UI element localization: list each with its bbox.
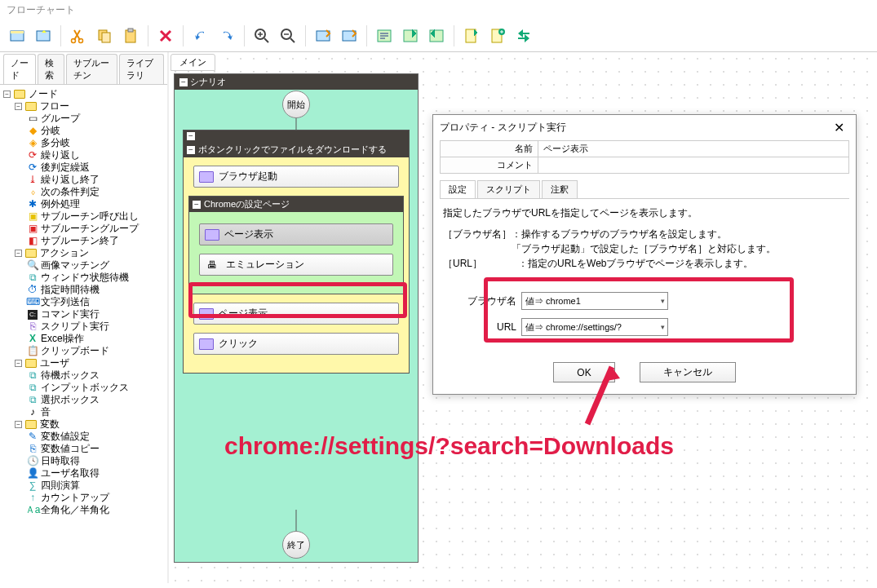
copy-button[interactable] (92, 24, 117, 48)
tree-item[interactable]: ⟳後判定繰返 (2, 161, 166, 174)
command-icon: C: (28, 310, 38, 320)
tree-item[interactable]: ∑四則演算 (2, 480, 166, 492)
loop-icon: ⟳ (28, 151, 38, 161)
step-emulation[interactable]: 🖶 エミュレーション (199, 254, 393, 276)
tree-root[interactable]: −ノード (2, 88, 166, 100)
help-row: 「ブラウザ起動」で設定した［ブラウザ名］と対応します。 (443, 241, 846, 256)
step-click[interactable]: クリック (193, 333, 399, 355)
collapse-icon[interactable]: − (187, 146, 195, 154)
cut-button[interactable] (66, 24, 91, 48)
tree-item[interactable]: 🕓日時取得 (2, 455, 166, 467)
excel-icon: X (28, 334, 38, 344)
run-button[interactable] (311, 24, 335, 48)
step-page-display[interactable]: ページ表示 (199, 223, 393, 245)
doc-button-3[interactable] (512, 24, 536, 48)
zoom-in-button[interactable] (250, 24, 274, 48)
tab-comment[interactable]: 注釈 (542, 180, 578, 198)
folder-icon (25, 102, 37, 111)
tree-item[interactable]: ♪音 (2, 406, 166, 418)
group-download[interactable]: − −ボタンクリックでファイルをダウンロードする ブラウザ起動 −Chromeの… (183, 130, 410, 374)
ok-button[interactable]: OK (553, 362, 614, 382)
tree-item[interactable]: ▣サブルーチン呼び出し (2, 210, 166, 223)
tree-item[interactable]: ⧉ウィンドウ状態待機 (2, 272, 166, 284)
node-tree: −ノード −フロー ▭グループ ◆分岐 ◈多分岐 ⟳繰り返し ⟳後判定繰返 ⤓繰… (0, 85, 167, 583)
tree-item[interactable]: ⤓繰り返し終了 (2, 174, 166, 186)
step-browser-launch[interactable]: ブラウザ起動 (193, 166, 399, 188)
tree-item[interactable]: ⏱指定時間待機 (2, 284, 166, 296)
tab-subroutine[interactable]: サブルーチン (66, 54, 117, 84)
tree-item[interactable]: ✱例外処理 (2, 198, 166, 210)
script-icon (199, 308, 214, 320)
main-toolbar (0, 20, 877, 52)
tree-item[interactable]: 📋クリップボード (2, 345, 166, 357)
help-row: ［URL］：指定のURLをWebブラウザでページを表示します。 (443, 256, 846, 271)
open-button[interactable] (31, 24, 55, 48)
window-button-2[interactable] (398, 24, 423, 48)
tree-item[interactable]: ◆分岐 (2, 125, 166, 137)
tree-item[interactable]: ⟳繰り返し (2, 149, 166, 161)
tab-settings[interactable]: 設定 (440, 180, 476, 198)
redo-button[interactable] (215, 24, 239, 48)
close-button[interactable]: ✕ (829, 120, 849, 135)
subroutine-group-icon: ▣ (28, 224, 38, 234)
collapse-icon[interactable]: − (179, 78, 188, 86)
tree-item[interactable]: C:コマンド実行 (2, 308, 166, 321)
name-value[interactable]: ページ表示 (538, 141, 849, 157)
scenario-header: − シナリオ (175, 74, 418, 90)
tree-item[interactable]: ◈多分岐 (2, 137, 166, 149)
tree-item[interactable]: 🔍画像マッチング (2, 259, 166, 272)
window-button-1[interactable] (372, 24, 396, 48)
property-table: 名前ページ表示 コメント (440, 140, 849, 174)
tree-item[interactable]: ⧉インプットボックス (2, 382, 166, 394)
main-tab[interactable]: メイン (171, 54, 215, 71)
tree-item[interactable]: ⌨文字列送信 (2, 296, 166, 308)
cancel-button[interactable]: キャンセル (640, 362, 736, 382)
doc-button-1[interactable] (459, 24, 484, 48)
run-step-button[interactable] (337, 24, 361, 48)
tree-item[interactable]: ⧉選択ボックス (2, 394, 166, 406)
svg-rect-8 (128, 29, 133, 32)
next-cond-icon: ⬨ (28, 188, 38, 197)
tab-script[interactable]: スクリプト (477, 180, 540, 198)
tree-item[interactable]: Ａa全角化／半角化 (2, 504, 166, 516)
tree-item[interactable]: XExcel操作 (2, 333, 166, 345)
end-node[interactable]: 終了 (282, 531, 310, 559)
tree-item[interactable]: 👤ユーザ名取得 (2, 467, 166, 480)
tab-node[interactable]: ノード (3, 54, 36, 84)
branch-icon: ◆ (28, 126, 38, 136)
tab-library[interactable]: ライブラリ (119, 54, 164, 84)
tree-item[interactable]: ↑カウントアップ (2, 492, 166, 504)
clipboard-icon: 📋 (28, 347, 38, 356)
param-browser-combo[interactable]: 値⇒ chrome1 (521, 292, 668, 310)
tree-group-flow[interactable]: −フロー (2, 100, 166, 113)
collapse-icon[interactable]: − (187, 132, 195, 140)
comment-value[interactable] (538, 157, 849, 174)
new-button[interactable] (5, 24, 29, 48)
comment-label: コメント (441, 157, 538, 174)
step-page-display-2[interactable]: ページ表示 (193, 303, 399, 325)
zoom-out-button[interactable] (276, 24, 300, 48)
tree-group-action[interactable]: −アクション (2, 247, 166, 259)
doc-button-2[interactable] (485, 24, 510, 48)
image-match-icon: 🔍 (28, 261, 38, 271)
collapse-icon[interactable]: − (193, 201, 201, 209)
tree-item[interactable]: ✎変数値設定 (2, 431, 166, 443)
tree-item[interactable]: ⎘スクリプト実行 (2, 321, 166, 333)
scenario-block[interactable]: − シナリオ 開始 − −ボタンクリックでファイルをダウンロードする ブラウザ起… (174, 73, 419, 563)
tree-item[interactable]: ⎘変数値コピー (2, 443, 166, 455)
tree-item[interactable]: ◧サブルーチン終了 (2, 235, 166, 247)
tree-item[interactable]: ▭グループ (2, 113, 166, 125)
start-node[interactable]: 開始 (282, 91, 310, 118)
tree-item[interactable]: ▣サブルーチングループ (2, 223, 166, 235)
inputbox-icon: ⧉ (28, 383, 38, 393)
tree-group-var[interactable]: −変数 (2, 418, 166, 431)
tree-group-user[interactable]: −ユーザ (2, 357, 166, 369)
tree-item[interactable]: ⬨次の条件判定 (2, 186, 166, 198)
param-url-combo[interactable]: 値⇒ chrome://settings/? (521, 318, 668, 336)
paste-button[interactable] (118, 24, 143, 48)
undo-button[interactable] (188, 24, 213, 48)
window-button-3[interactable] (424, 24, 449, 48)
tree-item[interactable]: ⧉待機ボックス (2, 369, 166, 382)
tab-search[interactable]: 検索 (38, 54, 64, 84)
delete-button[interactable] (153, 24, 178, 48)
